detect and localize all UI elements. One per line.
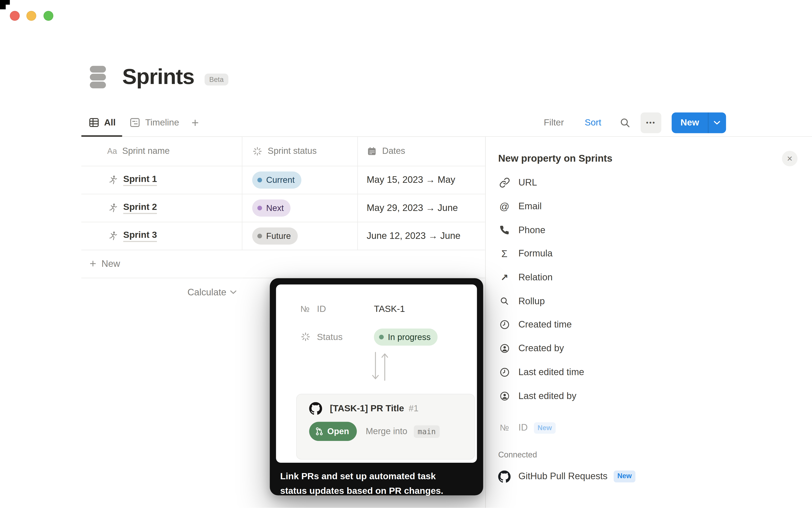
filter-button[interactable]: Filter xyxy=(544,117,571,128)
sprint-status-cell[interactable]: Future xyxy=(242,222,357,250)
tab-timeline[interactable]: Timeline xyxy=(123,109,186,136)
property-item-label: Formula xyxy=(518,248,552,259)
property-item-created-by[interactable]: Created by xyxy=(498,337,812,360)
property-item-label: Last edited by xyxy=(518,390,576,401)
sprint-status-cell[interactable]: Current xyxy=(242,166,357,194)
new-button[interactable]: New xyxy=(672,112,708,133)
magnifier-icon xyxy=(498,296,511,306)
chevron-down-icon xyxy=(230,290,237,294)
pr-open-badge: Open xyxy=(309,422,357,441)
notion-window: Sprints Beta All Timeline + Filter xyxy=(0,0,812,508)
date-range: May 29, 2023 → June xyxy=(367,202,458,213)
column-header-dates[interactable]: Dates xyxy=(357,137,485,166)
runner-icon xyxy=(107,174,118,185)
table-row: Sprint 3 Future June 12, 2023 → June xyxy=(81,222,485,250)
text-type-icon: Aa xyxy=(107,146,117,156)
branch-chip: main xyxy=(414,425,440,437)
property-item-formula[interactable]: Σ Formula xyxy=(498,242,812,266)
github-icon xyxy=(309,402,322,415)
pull-request-icon xyxy=(315,427,323,436)
task-status-field: Status In progress xyxy=(300,330,477,344)
person-icon xyxy=(498,343,511,354)
more-options-button[interactable]: ••• xyxy=(640,112,661,133)
pr-title: [TASK-1] PR Title xyxy=(330,403,404,414)
field-label: ID xyxy=(317,303,326,314)
pr-state-row: Open Merge into main xyxy=(309,422,466,441)
dates-cell[interactable]: June 12, 2023 → June xyxy=(357,222,485,250)
sigma-icon: Σ xyxy=(498,249,511,259)
calculate-label: Calculate xyxy=(187,287,226,298)
sprint-name: Sprint 1 xyxy=(123,173,157,186)
pr-title-row: [TASK-1] PR Title #1 xyxy=(309,402,466,415)
column-header-label: Dates xyxy=(382,146,405,157)
sprint-name-cell[interactable]: Sprint 2 xyxy=(81,194,242,222)
sprint-status-cell[interactable]: Next xyxy=(242,194,357,222)
arrow-up-right-icon: ↗ xyxy=(498,273,511,282)
at-sign-icon: @ xyxy=(498,202,511,212)
sprint-name-cell[interactable]: Sprint 1 xyxy=(81,166,242,194)
sprint-name-cell[interactable]: Sprint 3 xyxy=(81,222,242,250)
tooltip-caption-line2: status updates based on PR changes. xyxy=(280,483,473,498)
status-label: In progress xyxy=(388,332,431,342)
beta-badge: Beta xyxy=(205,74,228,85)
new-row-button[interactable]: + New xyxy=(81,250,485,278)
status-label: Next xyxy=(266,203,284,213)
github-pull-requests-item[interactable]: GitHub Pull Requests New xyxy=(498,465,812,489)
phone-icon xyxy=(498,225,511,235)
property-item-label: Email xyxy=(518,201,542,212)
property-item-label: Last edited time xyxy=(518,367,584,377)
person-icon xyxy=(498,390,511,401)
status-dot xyxy=(257,177,262,182)
panel-title: New property on Sprints xyxy=(498,153,782,164)
property-item-last-edited-by[interactable]: Last edited by xyxy=(498,384,812,408)
numero-icon: № xyxy=(498,424,511,432)
dates-cell[interactable]: May 29, 2023 → June xyxy=(357,194,485,222)
property-item-phone[interactable]: Phone xyxy=(498,218,812,242)
sprint-name: Sprint 3 xyxy=(123,229,157,242)
property-item-email[interactable]: @ Email xyxy=(498,195,812,218)
pr-number: #1 xyxy=(409,404,418,414)
task-id-value: TASK-1 xyxy=(374,303,405,314)
connected-section-label: Connected xyxy=(498,448,812,461)
status-pill: In progress xyxy=(374,328,437,345)
pr-state-label: Open xyxy=(327,427,349,436)
property-item-label: Created time xyxy=(518,320,572,330)
traffic-light-minimize-button[interactable] xyxy=(27,11,36,21)
add-view-button[interactable]: + xyxy=(191,116,199,129)
property-item-url[interactable]: URL xyxy=(498,171,812,195)
new-badge: New xyxy=(534,422,555,433)
new-row-label: New xyxy=(101,258,120,269)
merge-into-text: Merge into xyxy=(366,426,407,436)
column-header-sprint-status[interactable]: Sprint status xyxy=(242,137,357,166)
dates-cell[interactable]: May 15, 2023 → May xyxy=(357,166,485,194)
table-toolbar: Filter Sort ••• New xyxy=(544,109,726,136)
github-integration-tooltip: № ID TASK-1 Status xyxy=(270,278,483,495)
property-item-relation[interactable]: ↗ Relation xyxy=(498,266,812,289)
page-header: Sprints Beta xyxy=(88,61,228,92)
property-item-label: Phone xyxy=(518,225,545,236)
status-pill: Future xyxy=(252,227,298,244)
column-header-sprint-name[interactable]: Aa Sprint name xyxy=(81,137,242,166)
traffic-light-zoom-button[interactable] xyxy=(44,11,53,21)
table-header-row: Aa Sprint name Sprint status xyxy=(81,137,485,166)
property-item-created-time[interactable]: Created time xyxy=(498,313,812,337)
new-dropdown-button[interactable] xyxy=(708,112,726,133)
numero-icon: № xyxy=(300,304,314,313)
column-header-label: Sprint name xyxy=(122,146,170,157)
sort-button[interactable]: Sort xyxy=(585,117,607,128)
task-preview-card: № ID TASK-1 Status xyxy=(276,284,477,463)
property-item-last-edited-time[interactable]: Last edited time xyxy=(498,360,812,384)
tab-all[interactable]: All xyxy=(81,109,122,136)
timeline-view-icon xyxy=(129,117,141,128)
date-range: June 12, 2023 → June xyxy=(367,230,460,241)
calendar-icon xyxy=(367,146,377,157)
sync-arrows-icon xyxy=(371,351,389,381)
calculate-button[interactable]: Calculate xyxy=(81,278,242,307)
traffic-light-close-button[interactable] xyxy=(10,11,20,21)
panel-title-row: New property on Sprints ✕ xyxy=(498,150,812,167)
status-label: Current xyxy=(266,175,295,185)
property-item-rollup[interactable]: Rollup xyxy=(498,289,812,313)
search-icon[interactable] xyxy=(619,116,631,129)
property-item-id[interactable]: № ID New xyxy=(498,416,812,440)
close-icon[interactable]: ✕ xyxy=(782,151,798,166)
